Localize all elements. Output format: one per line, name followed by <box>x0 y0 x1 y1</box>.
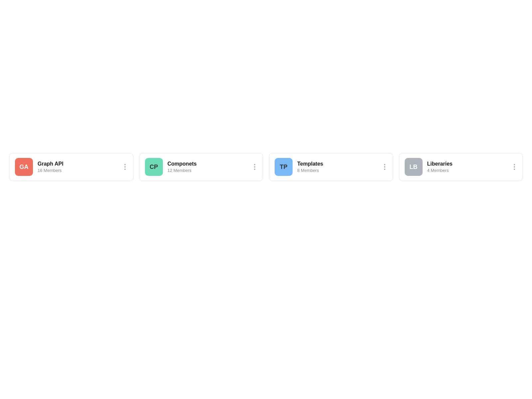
card-title-liberaries: Liberaries <box>427 161 512 167</box>
card-info-liberaries: Liberaries4 Members <box>427 161 512 173</box>
card-subtitle-templates: 8 Members <box>297 168 382 173</box>
cards-container: GAGraph API16 MembersCPComponets12 Membe… <box>9 153 523 181</box>
card-templates[interactable]: TPTemplates8 Members <box>269 153 393 181</box>
avatar-templates: TP <box>275 158 293 176</box>
card-title-graph-api: Graph API <box>38 161 122 167</box>
menu-dot-icon <box>254 169 255 170</box>
card-subtitle-componets: 12 Members <box>168 168 252 173</box>
avatar-componets: CP <box>145 158 163 176</box>
card-title-componets: Componets <box>168 161 252 167</box>
menu-dot-icon <box>254 164 255 165</box>
menu-dot-icon <box>124 164 126 165</box>
card-liberaries[interactable]: LBLiberaries4 Members <box>399 153 523 181</box>
card-menu-liberaries[interactable] <box>512 163 517 171</box>
menu-dot-icon <box>254 166 255 168</box>
card-subtitle-liberaries: 4 Members <box>427 168 512 173</box>
card-title-templates: Templates <box>297 161 382 167</box>
menu-dot-icon <box>384 166 385 168</box>
card-graph-api[interactable]: GAGraph API16 Members <box>9 153 133 181</box>
avatar-liberaries: LB <box>405 158 423 176</box>
menu-dot-icon <box>124 166 126 168</box>
card-info-templates: Templates8 Members <box>297 161 382 173</box>
avatar-graph-api: GA <box>15 158 33 176</box>
menu-dot-icon <box>384 164 385 165</box>
menu-dot-icon <box>124 169 126 170</box>
menu-dot-icon <box>514 164 515 165</box>
menu-dot-icon <box>514 166 515 168</box>
card-menu-templates[interactable] <box>382 163 387 171</box>
card-info-componets: Componets12 Members <box>168 161 252 173</box>
card-componets[interactable]: CPComponets12 Members <box>139 153 263 181</box>
menu-dot-icon <box>514 169 515 170</box>
card-subtitle-graph-api: 16 Members <box>38 168 122 173</box>
menu-dot-icon <box>384 169 385 170</box>
card-menu-graph-api[interactable] <box>122 163 128 171</box>
card-info-graph-api: Graph API16 Members <box>38 161 122 173</box>
card-menu-componets[interactable] <box>252 163 257 171</box>
